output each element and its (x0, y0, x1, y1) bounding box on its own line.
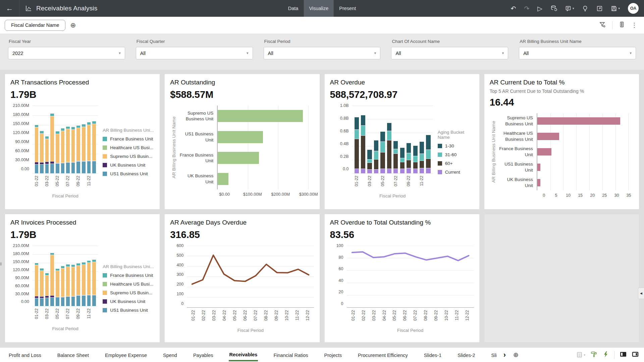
bar[interactable] (218, 173, 228, 185)
stacked-bar[interactable] (426, 106, 430, 173)
tab-visualize[interactable]: Visualize (304, 0, 334, 17)
stacked-bar[interactable] (87, 106, 91, 173)
bar-segment[interactable] (400, 158, 405, 162)
stacked-bar[interactable] (92, 106, 96, 173)
bar-segment[interactable] (393, 141, 398, 149)
bar-segment[interactable] (45, 298, 49, 306)
bar-segment[interactable] (40, 268, 44, 270)
legend-item[interactable]: France Business Unit (103, 136, 154, 141)
bar-segment[interactable] (71, 129, 75, 162)
bar-segment[interactable] (420, 141, 424, 154)
bar-segment[interactable] (87, 125, 91, 161)
bar-segment[interactable] (92, 262, 96, 295)
legend-item[interactable]: US1 Business Unit (103, 171, 154, 176)
stacked-bar[interactable] (413, 106, 418, 173)
bar-segment[interactable] (71, 264, 75, 267)
bar-segment[interactable] (367, 159, 372, 163)
bar-segment[interactable] (92, 121, 96, 124)
stacked-bar[interactable] (92, 246, 96, 306)
bar-segment[interactable] (45, 273, 49, 275)
bar-segment[interactable] (407, 160, 411, 168)
right-panel-toggle-icon[interactable] (632, 351, 639, 359)
chevron-down-icon[interactable]: ▾ (502, 51, 504, 55)
bar-segment[interactable] (413, 162, 418, 169)
collapse-panel-arrow-icon[interactable]: ◀ (638, 288, 644, 299)
tab-profit-and-loss[interactable]: Profit and Loss (8, 349, 42, 361)
bar-segment[interactable] (393, 169, 398, 173)
bar-segment[interactable] (66, 162, 70, 173)
tab-employee-expense[interactable]: Employee Expense (104, 349, 148, 361)
legend-item[interactable]: US1 Business Unit (103, 308, 154, 313)
bar-segment[interactable] (66, 129, 70, 162)
bar-segment[interactable] (420, 154, 424, 160)
bar-segment[interactable] (61, 297, 65, 306)
filter-settings-icon[interactable] (599, 21, 606, 29)
legend-item[interactable]: UK Business Unit (103, 299, 154, 304)
legend-item[interactable]: UK Business Unit (103, 163, 154, 168)
bar-segment[interactable] (374, 159, 378, 169)
bar-segment[interactable] (40, 133, 44, 163)
stacked-bar[interactable] (82, 246, 86, 306)
tab-slides-1[interactable]: Slides-1 (423, 349, 442, 361)
bar-segment[interactable] (56, 297, 59, 306)
bar-segment[interactable] (367, 163, 372, 169)
bar-segment[interactable] (71, 162, 75, 173)
bar-segment[interactable] (387, 169, 391, 173)
bar-segment[interactable] (374, 151, 378, 159)
bar-segment[interactable] (82, 124, 86, 127)
bar-segment[interactable] (61, 266, 65, 268)
bar-segment[interactable] (355, 139, 359, 169)
data-line[interactable] (352, 252, 469, 261)
bar[interactable] (537, 117, 620, 124)
bar[interactable] (537, 164, 540, 171)
export-icon[interactable] (596, 5, 603, 12)
bar-segment[interactable] (61, 163, 65, 173)
bar-segment[interactable] (35, 265, 39, 296)
bar-segment[interactable] (76, 265, 80, 295)
bar-segment[interactable] (76, 161, 80, 173)
bar-segment[interactable] (66, 296, 70, 306)
bar-segment[interactable] (50, 116, 54, 162)
bar-segment[interactable] (61, 131, 65, 163)
bar-segment[interactable] (56, 270, 59, 297)
bar-segment[interactable] (426, 159, 430, 168)
bar-segment[interactable] (387, 123, 391, 131)
bar-segment[interactable] (413, 169, 418, 173)
bar-segment[interactable] (92, 259, 96, 262)
stacked-bar[interactable] (66, 106, 70, 173)
bar-segment[interactable] (367, 169, 372, 173)
tab-present[interactable]: Present (334, 0, 361, 17)
stacked-bar[interactable] (420, 106, 424, 173)
stacked-bar[interactable] (87, 246, 91, 306)
bar-segment[interactable] (426, 149, 430, 158)
filter-select[interactable]: All▾ (136, 47, 253, 59)
bar-segment[interactable] (355, 117, 359, 129)
bar-segment[interactable] (387, 131, 391, 140)
tab-payables[interactable]: Payables (193, 349, 214, 361)
stacked-bar[interactable] (367, 106, 372, 173)
bar-segment[interactable] (76, 295, 80, 306)
bar-segment[interactable] (361, 135, 365, 169)
bar-segment[interactable] (40, 164, 44, 173)
tab-procurement-efficiency[interactable]: Procurement Efficiency (357, 349, 409, 361)
insights-lightbulb-icon[interactable] (582, 5, 588, 12)
stacked-bar[interactable] (361, 106, 365, 173)
bar-segment[interactable] (40, 270, 44, 296)
bar-segment[interactable] (92, 124, 96, 161)
stacked-bar[interactable] (45, 246, 49, 306)
run-icon[interactable]: ▷ (537, 5, 542, 12)
bar[interactable] (537, 148, 551, 155)
bar-segment[interactable] (361, 125, 365, 135)
bar-segment[interactable] (66, 264, 70, 266)
bar-segment[interactable] (361, 115, 365, 125)
stacked-bar[interactable] (82, 106, 86, 173)
bar-segment[interactable] (45, 162, 49, 164)
bar-segment[interactable] (71, 127, 75, 129)
bar-segment[interactable] (92, 295, 96, 306)
bar-segment[interactable] (393, 154, 398, 168)
bar-segment[interactable] (426, 168, 430, 173)
auto-apply-lightning-icon[interactable] (603, 351, 609, 359)
bar-segment[interactable] (387, 140, 391, 169)
bar-segment[interactable] (400, 162, 405, 169)
bar[interactable] (218, 131, 263, 143)
